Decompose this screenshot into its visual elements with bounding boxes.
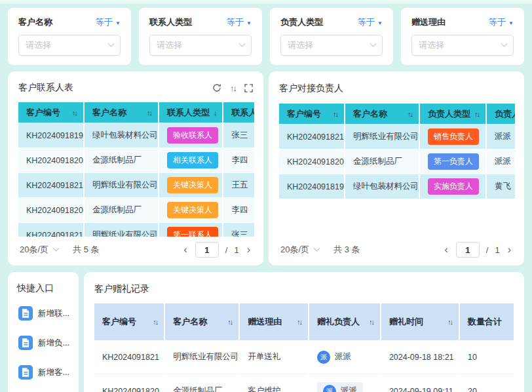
owners-panel: 客户对接负责人 客户编号↑↓ 客户名称↑↓ 负责人类型↑↓ 负责人 K [269,71,524,265]
avatar: 派 [317,351,330,364]
chevron-down-icon [108,40,115,47]
column-header-contact[interactable]: 联系人 [223,102,254,123]
contact-type-select[interactable]: 请选择 [149,35,252,56]
pagination: ‹ 1 / 1 › [182,242,252,258]
column-header-customer-id[interactable]: 客户编号↑↓ [18,102,83,123]
contacts-panel-title: 客户联系人表 [18,82,73,94]
quick-entry-label: 新增负... [38,338,69,349]
quick-entry-item-add-customer[interactable]: 新增客... [18,364,69,381]
cell-contact: 张三 [223,223,254,237]
type-badge: 第一负责人 [428,153,479,170]
column-header-customer-id[interactable]: 客户编号↑↓ [279,104,344,124]
operator-dropdown[interactable]: 等于 ▼ [358,16,383,28]
next-page-icon[interactable]: › [506,244,512,256]
column-header-contact-type[interactable]: 联系人类型↓ [159,102,223,123]
document-icon [18,334,33,351]
sort-icon[interactable]: ↑↓ [72,109,77,117]
cell-quantity: 20 [460,374,514,392]
sort-icon[interactable]: ↑↓ [408,110,412,118]
sort-icon[interactable]: ↑↓ [447,318,452,326]
cell-customer-name: 金源纸制品厂 [345,149,419,174]
quick-entry-item-add-contact[interactable]: 新增联... [18,305,69,322]
cell-customer-name: 金源纸制品厂 [85,148,158,172]
column-header-customer-name[interactable]: 客户名称↑↓ [165,304,238,340]
current-page-input[interactable]: 1 [195,242,219,258]
table-row[interactable]: KH2024091820 金源纸制品厂 关键决策人 李四 [18,198,254,222]
current-page-input[interactable]: 1 [456,242,480,258]
sort-toggle-icon[interactable]: ↑↓ [230,83,236,93]
operator-dropdown[interactable]: 等于 ▼ [227,16,252,28]
cell-customer-name: 绿叶包装材料公司 [85,123,158,147]
caret-down-icon: ▼ [508,20,514,26]
owner-type-select[interactable]: 请选择 [280,35,383,56]
table-row[interactable]: KH2024091821 明辉纸业有限公司 开单送礼 派 派派 2024-09-… [94,340,514,374]
type-badge: 关键决策人 [167,202,218,218]
table-row[interactable]: KH2024091821 明辉纸业有限公司 关键决策人 王五 [18,173,254,197]
sort-icon[interactable]: ↑↓ [369,318,373,326]
filter-label: 负责人类型 [280,16,323,28]
page-size-select[interactable]: 20条/页 [280,244,319,256]
cell-contact-type: 关键决策人 [159,198,223,222]
table-row[interactable]: KH2024091821 明辉纸业有限公司 第一联系人 张三 [18,223,254,237]
cell-customer-id: KH2024091821 [18,223,83,237]
sort-icon[interactable]: ↑↓ [297,318,301,326]
cell-contact-type: 验收联系人 [159,123,223,147]
operator-dropdown[interactable]: 等于 ▼ [489,16,514,28]
column-header-quantity-total[interactable]: 数量合计 [460,304,514,340]
column-header-gift-time[interactable]: 赠礼时间↑↓ [381,304,459,340]
table-row[interactable]: KH2024091821 明辉纸业有限公司 销售负责人 派派 [279,125,515,149]
cell-gift-owner: 派 派派 [309,374,380,392]
dashboard-page: 客户名称 等于 ▼ 请选择 联系人类型 等于 ▼ 请选择 [0,0,532,392]
cell-contact: 张三 [223,123,254,147]
cell-gift-reason: 客户维护 [240,374,308,392]
customer-name-select[interactable]: 请选择 [18,35,121,56]
type-badge: 实施负责人 [428,178,479,195]
table-row[interactable]: KH2024091819 绿叶包装材料公司 验收联系人 张三 [18,123,254,147]
type-badge: 关键决策人 [167,177,218,193]
quick-entry-item-add-owner[interactable]: 新增负... [18,334,69,351]
sort-icon[interactable]: ↑↓ [333,110,337,118]
operator-dropdown[interactable]: 等于 ▼ [96,16,121,28]
cell-owner-type: 实施负责人 [420,174,485,199]
chevron-down-icon [239,40,246,47]
owners-panel-title: 客户对接负责人 [279,83,343,94]
cell-owner-type: 第一负责人 [420,149,485,174]
total-pages: 1 [234,245,238,255]
column-header-gift-reason[interactable]: 赠送理由↑↓ [240,304,308,340]
sort-icon[interactable]: ↑↓ [147,109,151,117]
cell-gift-time: 2024-09-18 18:21 [381,340,459,374]
sort-icon[interactable]: ↑↓ [474,110,479,118]
cell-customer-id: KH2024091820 [94,374,164,392]
column-header-customer-name[interactable]: 客户名称↑↓ [85,102,158,123]
sort-icon[interactable]: ↑↓ [227,318,232,326]
cell-contact-type: 关键决策人 [159,173,223,197]
refresh-icon[interactable] [212,83,221,92]
document-icon [18,305,33,322]
next-page-icon[interactable]: › [246,244,252,256]
table-row[interactable]: KH2024091819 绿叶包装材料公司 实施负责人 黄飞 [279,174,515,199]
prev-page-icon[interactable]: ‹ [443,244,449,256]
column-header-owner[interactable]: 负责人 [487,104,515,124]
table-row[interactable]: KH2024091820 金源纸制品厂 相关联系人 李四 [18,148,254,172]
cell-customer-id: KH2024091820 [18,148,83,172]
cell-gift-owner: 派 派派 [309,340,380,374]
column-header-owner-type[interactable]: 负责人类型↑↓ [420,104,485,124]
column-header-gift-owner[interactable]: 赠礼负责人↑↓ [309,304,380,340]
prev-page-icon[interactable]: ‹ [182,244,188,256]
avatar: 派 [323,385,336,392]
column-header-customer-id[interactable]: 客户编号↑↓ [94,304,164,340]
page-size-select[interactable]: 20条/页 [20,244,58,256]
sort-icon[interactable]: ↑↓ [153,318,157,326]
column-header-customer-name[interactable]: 客户名称↑↓ [345,104,419,124]
cell-customer-id: KH2024091819 [279,174,344,199]
expand-icon[interactable] [244,84,253,92]
cell-customer-id: KH2024091820 [18,198,83,222]
cell-quantity: 10 [460,340,514,374]
table-row[interactable]: KH2024091820 金源纸制品厂 客户维护 派 派派 2024-09-19… [94,374,514,392]
contacts-panel: 客户联系人表 ↑↓ 客户编号↑↓ 客户名称↑↓ [8,71,263,265]
sort-desc-icon[interactable]: ↓ [214,109,216,117]
gift-reason-select[interactable]: 请选择 [411,35,514,56]
gift-records-title: 客户赠礼记录 [94,283,149,295]
cell-owner: 派派 [487,125,515,149]
table-row[interactable]: KH2024091820 金源纸制品厂 第一负责人 派派 [279,149,515,174]
